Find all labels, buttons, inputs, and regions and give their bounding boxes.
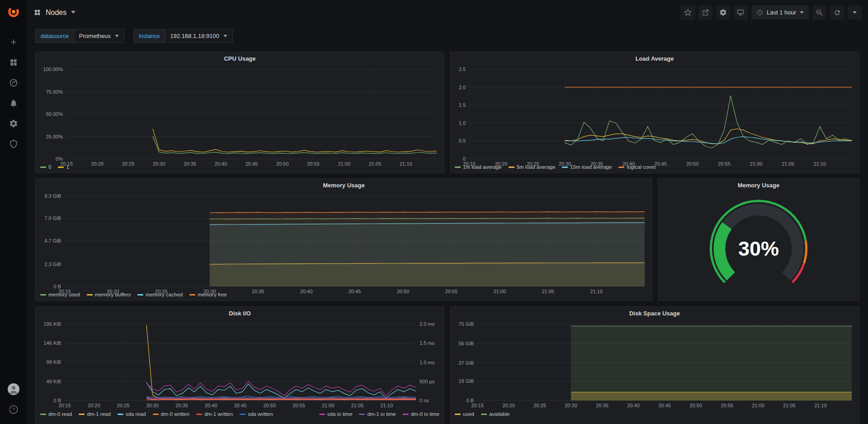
svg-text:?: ? [12,407,15,412]
svg-text:20:45: 20:45 [349,289,361,294]
panel-title[interactable]: Disk Space Usage [450,307,859,319]
bell-icon [9,99,18,108]
gauge-plot: 30% [658,191,859,300]
time-range-label: Last 1 hour [767,9,796,16]
dashboards-button[interactable] [0,52,27,72]
svg-text:195 KiB: 195 KiB [43,321,61,327]
disk-io-legend: dm-0 readdm-1 readsda readdm-0 writtendm… [36,410,444,420]
share-button[interactable] [698,5,712,19]
refresh-interval-dropdown[interactable] [848,5,862,19]
svg-text:9.3 GiB: 9.3 GiB [44,193,61,199]
configuration-button[interactable] [0,113,27,133]
legend-label: sda io time [327,411,353,417]
legend-item-dm-0-io-time[interactable]: dm-0 io time [403,411,439,417]
svg-text:20:40: 20:40 [623,161,635,167]
server-admin-button[interactable] [0,133,27,154]
svg-text:20:50: 20:50 [276,161,289,167]
svg-text:20:25: 20:25 [533,403,546,408]
legend-item-dm-1-read[interactable]: dm-1 read [79,411,110,417]
instance-select[interactable]: 192.168.1.18:9100 [165,29,233,43]
svg-text:20:25: 20:25 [117,403,130,408]
svg-text:20:30: 20:30 [153,161,165,167]
legend-item-dm-1-written[interactable]: dm-1 written [196,411,233,417]
panel-title[interactable]: Memory Usage [36,179,652,191]
svg-text:20:50: 20:50 [397,289,410,294]
time-range-picker[interactable]: Last 1 hour [751,5,809,19]
disk-plot: 0 B19 GiB37 GiB56 GiB75 GiB20:1520:2020:… [450,319,859,410]
legend-label: dm-1 written [204,411,233,417]
dashboard-title-group[interactable]: Nodes [33,9,75,17]
legend-color-chip [79,414,85,415]
svg-text:21:05: 21:05 [351,403,364,408]
share-icon [702,9,709,16]
legend-item-available[interactable]: available [481,411,509,417]
svg-text:20:20: 20:20 [502,403,515,408]
svg-text:20:55: 20:55 [292,403,305,408]
legend-color-chip [359,414,365,415]
legend-item-dm-0-read[interactable]: dm-0 read [40,411,72,417]
svg-text:20:55: 20:55 [445,289,458,294]
sidebar-bottom: ? [0,379,27,424]
panel-title[interactable]: Disk I/O [36,307,444,319]
svg-text:20:40: 20:40 [300,289,313,294]
star-icon [684,9,692,16]
svg-text:20:15: 20:15 [58,403,71,408]
svg-text:20:45: 20:45 [658,403,671,408]
explore-button[interactable] [0,72,27,93]
svg-text:20:35: 20:35 [590,161,603,167]
memory-usage-gauge[interactable]: 30% [658,191,859,300]
svg-text:20:40: 20:40 [214,161,227,167]
help-button[interactable]: ? [0,399,27,419]
panel-memory-usage: Memory Usage 0 B2.3 GiB4.7 GiB7.0 GiB9.3… [35,178,652,301]
clock-icon [756,9,763,16]
svg-text:20:25: 20:25 [122,161,135,167]
legend-item-sda-written[interactable]: sda written [240,411,273,417]
svg-text:20:55: 20:55 [718,161,731,167]
user-avatar[interactable] [0,379,27,399]
dashboard-settings-button[interactable] [716,5,730,19]
panel-title[interactable]: Memory Usage [658,179,859,191]
create-button[interactable] [0,32,27,52]
legend-item-sda-io-time[interactable]: sda io time [319,411,353,417]
datasource-select[interactable]: Prometheus [74,29,124,43]
refresh-button[interactable] [830,5,844,19]
legend-item-sda-read[interactable]: sda read [118,411,146,417]
svg-text:20:20: 20:20 [88,403,100,408]
disk-space-chart[interactable]: 0 B19 GiB37 GiB56 GiB75 GiB20:1520:2020:… [450,319,859,410]
svg-text:50.00%: 50.00% [46,111,63,117]
legend-label: dm-1 io time [367,411,396,417]
panel-title[interactable]: Load Average [450,52,859,65]
svg-text:21:10: 21:10 [380,403,393,408]
memory-usage-chart[interactable]: 0 B2.3 GiB4.7 GiB7.0 GiB9.3 GiB20:1520:2… [36,191,652,291]
svg-text:21:05: 21:05 [542,289,554,294]
svg-text:25.00%: 25.00% [46,134,63,139]
legend-item-dm-1-io-time[interactable]: dm-1 io time [359,411,396,417]
navbar-actions: Last 1 hour [681,5,862,19]
svg-text:75 GiB: 75 GiB [458,321,474,327]
panel-title[interactable]: CPU Usage [36,52,444,65]
svg-text:21:10: 21:10 [590,289,603,294]
zoom-out-button[interactable] [812,5,826,19]
svg-text:21:00: 21:00 [752,403,764,408]
svg-text:20:25: 20:25 [155,289,168,294]
star-button[interactable] [681,5,695,19]
diskio-plot: 0 B49 KiB98 KiB146 KiB195 KiB0 ns500 µs1… [36,319,444,410]
legend-label: dm-0 read [48,411,72,417]
svg-text:21:05: 21:05 [782,161,794,167]
legend-item-used[interactable]: used [455,411,474,417]
svg-text:20:40: 20:40 [205,403,217,408]
grafana-logo[interactable] [5,4,22,20]
svg-text:20:35: 20:35 [596,403,609,408]
svg-text:20:50: 20:50 [689,403,702,408]
svg-text:21:00: 21:00 [750,161,763,167]
cpu-usage-chart[interactable]: 0%25.00%50.00%75.00%100.00%20:1520:2020:… [36,65,444,163]
cycle-view-button[interactable] [734,5,748,19]
load-average-chart[interactable]: 00.51.01.52.02.520:1520:2020:2520:3020:3… [450,65,859,163]
svg-text:4.7 GiB: 4.7 GiB [44,238,61,243]
svg-text:2.5: 2.5 [459,67,466,72]
plus-icon [9,38,18,47]
legend-item-dm-0-written[interactable]: dm-0 written [153,411,189,417]
legend-label: dm-1 read [87,411,110,417]
alerting-button[interactable] [0,93,27,113]
disk-io-chart[interactable]: 0 B49 KiB98 KiB146 KiB195 KiB0 ns500 µs1… [36,319,444,410]
